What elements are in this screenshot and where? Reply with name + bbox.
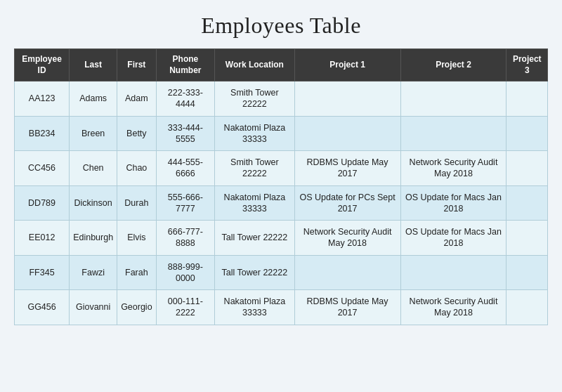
table-cell-location: Smith Tower 22222 [215, 81, 294, 117]
table-cell-first: Adam [117, 81, 156, 117]
table-row: GG456GiovanniGeorgio000-111-2222Nakatomi… [15, 290, 548, 325]
table-cell-last: Chen [70, 151, 117, 186]
table-cell-last: Dickinson [70, 185, 117, 221]
table-cell-project3 [507, 290, 548, 325]
table-header: First [117, 49, 156, 81]
table-body: AA123AdamsAdam222-333-4444Smith Tower 22… [15, 81, 548, 325]
table-cell-last: Breen [70, 116, 117, 151]
table-row: DD789DickinsonDurah555-666-7777Nakatomi … [15, 185, 548, 221]
table-cell-project3 [507, 81, 548, 117]
table-cell-last: Giovanni [70, 290, 117, 325]
table-cell-first: Georgio [117, 290, 156, 325]
table-header: Project 3 [507, 49, 548, 81]
table-cell-project2 [400, 255, 507, 290]
table-cell-project2: Network Security Audit May 2018 [400, 151, 507, 186]
table-cell-id: GG456 [15, 290, 70, 325]
table-row: BB234BreenBetty333-444-5555Nakatomi Plaz… [15, 116, 548, 151]
table-cell-last: Fawzi [70, 255, 117, 290]
table-header: Employee ID [15, 49, 70, 81]
table-cell-id: FF345 [15, 255, 70, 290]
table-header: Last [70, 49, 117, 81]
table-cell-phone: 888-999-0000 [156, 255, 215, 290]
table-cell-project2 [400, 116, 507, 151]
table-row: FF345FawziFarah888-999-0000Tall Tower 22… [15, 255, 548, 290]
table-cell-id: CC456 [15, 151, 70, 186]
table-row: EE012EdinburghElvis666-777-8888Tall Towe… [15, 221, 548, 256]
table-cell-id: BB234 [15, 116, 70, 151]
table-cell-id: EE012 [15, 221, 70, 256]
table-header: Project 2 [400, 49, 507, 81]
table-cell-project1: RDBMS Update May 2017 [294, 290, 400, 325]
table-cell-project3 [507, 185, 548, 221]
table-cell-first: Betty [117, 116, 156, 151]
table-row: AA123AdamsAdam222-333-4444Smith Tower 22… [15, 81, 548, 117]
page-title: Employees Table [201, 13, 361, 39]
table-header: Work Location [215, 49, 294, 81]
table-cell-project1 [294, 255, 400, 290]
table-cell-project1: OS Update for PCs Sept 2017 [294, 185, 400, 221]
table-row: CC456ChenChao444-555-6666Smith Tower 222… [15, 151, 548, 186]
table-cell-phone: 555-666-7777 [156, 185, 215, 221]
table-cell-project3 [507, 116, 548, 151]
table-cell-project2 [400, 81, 507, 117]
table-cell-phone: 000-111-2222 [156, 290, 215, 325]
table-cell-location: Nakatomi Plaza 33333 [215, 116, 294, 151]
table-cell-project2: OS Update for Macs Jan 2018 [400, 221, 507, 256]
table-cell-project3 [507, 255, 548, 290]
table-cell-phone: 666-777-8888 [156, 221, 215, 256]
table-cell-project1 [294, 116, 400, 151]
table-cell-first: Durah [117, 185, 156, 221]
employees-table: Employee IDLastFirstPhone NumberWork Loc… [14, 48, 548, 325]
table-cell-project3 [507, 221, 548, 256]
table-cell-location: Nakatomi Plaza 33333 [215, 185, 294, 221]
table-cell-project1: RDBMS Update May 2017 [294, 151, 400, 186]
table-cell-last: Adams [70, 81, 117, 117]
table-cell-location: Smith Tower 22222 [215, 151, 294, 186]
table-cell-first: Farah [117, 255, 156, 290]
table-cell-location: Nakatomi Plaza 33333 [215, 290, 294, 325]
table-cell-phone: 444-555-6666 [156, 151, 215, 186]
table-cell-project1 [294, 81, 400, 117]
table-cell-location: Tall Tower 22222 [215, 221, 294, 256]
table-cell-first: Elvis [117, 221, 156, 256]
table-cell-project3 [507, 151, 548, 186]
table-header-row: Employee IDLastFirstPhone NumberWork Loc… [15, 49, 548, 81]
table-cell-phone: 222-333-4444 [156, 81, 215, 117]
table-cell-project2: Network Security Audit May 2018 [400, 290, 507, 325]
table-cell-phone: 333-444-5555 [156, 116, 215, 151]
table-cell-id: DD789 [15, 185, 70, 221]
table-cell-id: AA123 [15, 81, 70, 117]
table-header: Phone Number [156, 49, 215, 81]
table-cell-last: Edinburgh [70, 221, 117, 256]
table-cell-project2: OS Update for Macs Jan 2018 [400, 185, 507, 221]
table-header: Project 1 [294, 49, 400, 81]
table-cell-location: Tall Tower 22222 [215, 255, 294, 290]
table-cell-project1: Network Security Audit May 2018 [294, 221, 400, 256]
table-cell-first: Chao [117, 151, 156, 186]
